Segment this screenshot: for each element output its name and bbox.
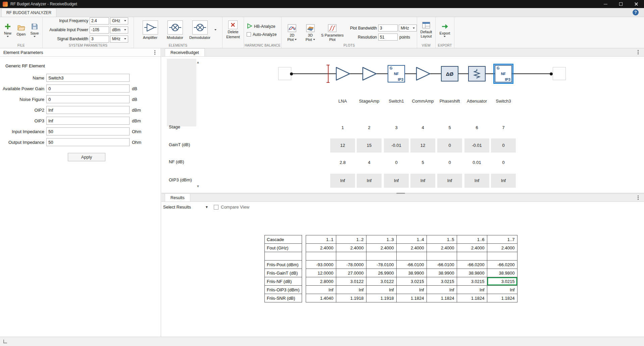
results-cell[interactable]: 27.0000 — [336, 269, 366, 277]
element-switch1[interactable]: GNFIP3 — [388, 65, 405, 82]
3d-plot-button[interactable]: 3D Plot — [301, 23, 319, 42]
results-cell[interactable]: 2.4000 — [306, 244, 336, 252]
results-cell[interactable] — [336, 252, 366, 261]
element-switch3[interactable]: GNFIP3 — [495, 65, 512, 82]
parameter-input[interactable] — [46, 138, 130, 146]
tab-rf-budget-analyzer[interactable]: RF BUDGET ANALYZER — [1, 8, 56, 17]
results-cell[interactable]: 3.0215 — [427, 277, 457, 286]
scroll-down-icon[interactable]: ▼ — [196, 185, 200, 188]
results-cell[interactable]: -66.0100 — [396, 261, 427, 269]
results-cell[interactable]: 38.9800 — [457, 269, 487, 277]
results-cell[interactable]: 1.4040 — [306, 294, 336, 302]
close-button[interactable] — [629, 0, 644, 8]
results-cell[interactable]: 3.0122 — [366, 277, 396, 286]
results-cell[interactable] — [427, 252, 457, 261]
results-cell[interactable]: -78.0100 — [366, 261, 396, 269]
element-attenuator[interactable] — [468, 66, 486, 81]
parameter-input[interactable] — [46, 74, 130, 82]
panel-overflow-icon[interactable] — [154, 52, 155, 53]
results-cell[interactable]: -66.0200 — [487, 261, 517, 269]
unit-dropdown[interactable]: GHz — [110, 17, 128, 24]
tab-receivebudget[interactable]: ReceiveBudget — [165, 48, 205, 56]
element-commamp[interactable] — [413, 65, 432, 82]
results-cell[interactable]: 1..3 — [366, 235, 396, 244]
results-cell[interactable]: 26.9900 — [366, 269, 396, 277]
results-cell[interactable]: 2.4000 — [366, 244, 396, 252]
parameter-input[interactable] — [46, 84, 130, 93]
s-parameters-plot-button[interactable]: S Parameters Plot — [319, 23, 345, 42]
results-cell[interactable]: -66.0200 — [457, 261, 487, 269]
results-cell[interactable]: 2.4000 — [487, 244, 517, 252]
modulator-gallery-button[interactable]: Modulator — [163, 20, 188, 40]
results-cell[interactable]: 1.1824 — [396, 294, 427, 302]
parameter-input[interactable] — [46, 117, 130, 125]
parameter-input[interactable] — [46, 127, 130, 135]
results-cell[interactable]: 2.4000 — [427, 244, 457, 252]
field-input[interactable] — [90, 26, 109, 34]
plot-bandwidth-input[interactable] — [378, 24, 398, 32]
results-cell[interactable]: Inf — [366, 286, 396, 294]
results-cell[interactable]: -93.0000 — [306, 261, 336, 269]
results-cell[interactable] — [396, 252, 427, 261]
results-cell[interactable]: -66.0100 — [427, 261, 457, 269]
minimize-button[interactable] — [598, 0, 613, 8]
amplifier-gallery-button[interactable]: Amplifier — [138, 20, 163, 40]
results-cell[interactable]: Inf — [487, 286, 517, 294]
results-cell[interactable]: 2.4000 — [396, 244, 427, 252]
results-cell[interactable]: 38.9900 — [396, 269, 427, 277]
plot-bandwidth-unit-dropdown[interactable]: MHz — [399, 24, 417, 32]
results-cell[interactable]: 1.1918 — [336, 294, 366, 302]
auto-analyze-checkbox[interactable] — [247, 32, 251, 37]
element-phaseshift[interactable]: ΔØ — [441, 66, 458, 81]
results-cell[interactable]: Inf — [336, 286, 366, 294]
element-gallery-expand-button[interactable] — [212, 20, 218, 40]
field-input[interactable] — [90, 17, 109, 24]
results-cell[interactable]: 38.9900 — [427, 269, 457, 277]
select-results-dropdown-icon[interactable]: ▼ — [205, 206, 208, 209]
dock-icon[interactable] — [3, 340, 7, 343]
export-button[interactable]: Export — [440, 22, 450, 37]
results-overflow-icon[interactable] — [638, 197, 639, 198]
tab-results[interactable]: Results — [165, 193, 190, 201]
results-cell[interactable]: 1..5 — [427, 235, 457, 244]
results-cell[interactable]: 3.0215 — [457, 277, 487, 286]
results-cell[interactable] — [306, 252, 336, 261]
results-cell[interactable]: 1.1824 — [487, 294, 517, 302]
results-cell[interactable]: 1..4 — [396, 235, 427, 244]
unit-dropdown[interactable]: MHz — [110, 36, 128, 43]
results-cell[interactable]: 2.4000 — [336, 244, 366, 252]
output-port[interactable] — [553, 67, 566, 80]
results-cell[interactable]: 1..7 — [487, 235, 517, 244]
compare-view-checkbox[interactable] — [214, 205, 218, 210]
results-cell[interactable]: 1.1824 — [457, 294, 487, 302]
input-port[interactable] — [278, 67, 291, 80]
default-layout-button[interactable]: Default Layout — [420, 21, 432, 39]
results-cell[interactable]: 38.9800 — [487, 269, 517, 277]
results-cell[interactable]: Inf — [427, 286, 457, 294]
help-button[interactable]: ? — [633, 9, 639, 15]
results-cell[interactable]: Inf — [457, 286, 487, 294]
hb-analyze-button[interactable]: HB-Analyze — [247, 23, 275, 30]
results-cell[interactable]: 1..1 — [306, 235, 336, 244]
parameter-input[interactable] — [46, 106, 130, 114]
apply-button[interactable]: Apply — [68, 153, 105, 161]
results-cell[interactable]: 2.8000 — [306, 277, 336, 286]
save-button[interactable]: Save — [28, 22, 41, 37]
element-stageamp[interactable] — [360, 65, 379, 82]
results-cell[interactable]: 2.4000 — [457, 244, 487, 252]
results-cell[interactable]: 3.0122 — [336, 277, 366, 286]
auto-analyze-toggle[interactable]: Auto-Analyze — [247, 32, 277, 37]
field-input[interactable] — [90, 36, 109, 43]
element-lna[interactable] — [333, 65, 352, 82]
results-cell[interactable] — [366, 252, 396, 261]
results-cell[interactable]: Inf — [306, 286, 336, 294]
open-button[interactable]: Open — [14, 23, 28, 36]
results-cell[interactable] — [457, 252, 487, 261]
results-cell[interactable]: 1..2 — [336, 235, 366, 244]
scroll-up-icon[interactable]: ▲ — [196, 61, 200, 64]
results-cell[interactable]: 3.0215 — [487, 277, 517, 286]
parameter-input[interactable] — [46, 95, 130, 103]
results-cell[interactable]: 1.1918 — [366, 294, 396, 302]
results-cell[interactable]: 3.0215 — [396, 277, 427, 286]
demodulator-gallery-button[interactable]: Demodulator — [188, 20, 212, 40]
